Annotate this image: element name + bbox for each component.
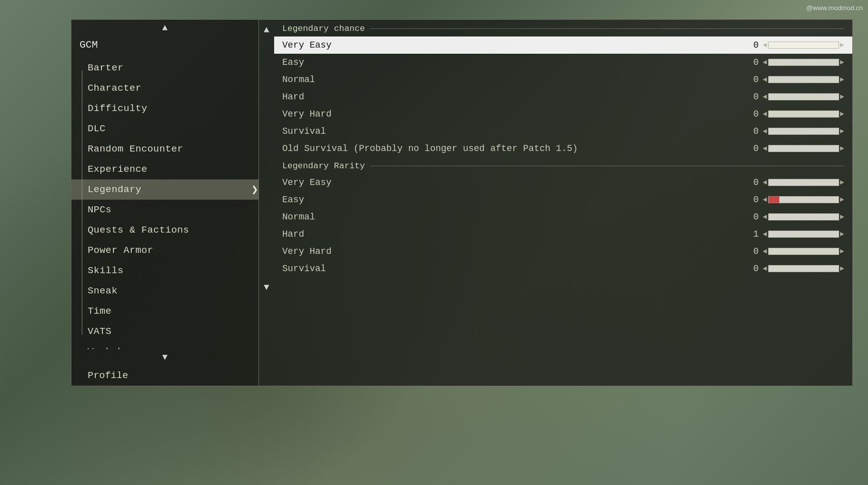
slider-left-icon[interactable]: ◄ <box>763 58 767 66</box>
sidebar-item-quests-factions[interactable]: Quests & Factions <box>71 220 258 240</box>
sidebar-item-workshop[interactable]: Workshop <box>71 342 258 349</box>
sidebar-item-power-armor[interactable]: Power Armor <box>71 240 258 260</box>
slider-right-icon[interactable]: ► <box>840 58 844 66</box>
slider-track[interactable] <box>768 213 839 220</box>
slider-container[interactable]: ◄ ► <box>763 41 844 49</box>
slider-left-icon[interactable]: ◄ <box>763 93 767 101</box>
right-scroll-down-arrow[interactable]: ▼ <box>259 279 274 295</box>
slider-track[interactable] <box>768 179 839 186</box>
legendary-chance-easy-row[interactable]: Easy 0 ◄ ► <box>274 54 852 71</box>
slider-container[interactable]: ◄ ► <box>763 93 844 101</box>
slider-left-icon[interactable]: ◄ <box>763 110 767 118</box>
section1-title-line <box>370 28 844 29</box>
sidebar-item-label: Legendary <box>88 184 141 195</box>
slider-track[interactable] <box>768 265 839 272</box>
slider-left-icon[interactable]: ◄ <box>763 41 767 49</box>
slider-left-icon[interactable]: ◄ <box>763 144 767 153</box>
slider-left-icon[interactable]: ◄ <box>763 247 767 255</box>
gcm-label: GCM <box>80 39 98 51</box>
legendary-rarity-very-easy-row[interactable]: Very Easy 0 ◄ ► <box>274 174 852 191</box>
right-scroll-up-arrow[interactable]: ▲ <box>259 22 274 38</box>
slider-right-icon[interactable]: ► <box>840 265 844 273</box>
slider-container[interactable]: ◄ ► <box>763 76 844 84</box>
slider-left-icon[interactable]: ◄ <box>763 265 767 273</box>
slider-right-icon[interactable]: ► <box>840 213 844 221</box>
diff-label: Old Survival (Probably no longer used af… <box>282 143 746 154</box>
slider-container[interactable]: ◄ ► <box>763 144 844 153</box>
scroll-down-arrow[interactable]: ▼ <box>71 349 258 365</box>
slider-track[interactable] <box>768 231 839 238</box>
sidebar-item-npcs[interactable]: NPCs <box>71 200 258 220</box>
slider-container[interactable]: ◄ ► <box>763 230 844 238</box>
watermark: @www.modmod.cn <box>806 4 863 12</box>
slider-container[interactable]: ◄ ► <box>763 213 844 221</box>
slider-left-icon[interactable]: ◄ <box>763 178 767 186</box>
slider-right-icon[interactable]: ► <box>840 41 844 49</box>
slider-left-icon[interactable]: ◄ <box>763 230 767 238</box>
sidebar-item-time[interactable]: Time <box>71 301 258 321</box>
slider-track[interactable] <box>768 93 839 100</box>
slider-right-icon[interactable]: ► <box>840 144 844 153</box>
slider-track[interactable] <box>768 248 839 255</box>
slider-track[interactable] <box>768 42 839 49</box>
nav-list: Barter Character Difficulty DLC Random E… <box>71 54 258 349</box>
sidebar-item-legendary[interactable]: Legendary ❯ <box>71 179 258 200</box>
slider-right-icon[interactable]: ► <box>840 247 844 255</box>
slider-track[interactable] <box>768 110 839 118</box>
sidebar-item-label: Barter <box>88 62 124 73</box>
scroll-up-arrow[interactable]: ▲ <box>71 20 258 36</box>
slider-container[interactable]: ◄ ► <box>763 178 844 186</box>
legendary-chance-normal-row[interactable]: Normal 0 ◄ ► <box>274 71 852 88</box>
diff-label: Very Easy <box>282 40 746 50</box>
slider-right-icon[interactable]: ► <box>840 110 844 118</box>
sidebar-item-character[interactable]: Character <box>71 78 258 98</box>
slider-container[interactable]: ◄ ► <box>763 247 844 255</box>
legendary-chance-old-survival-row[interactable]: Old Survival (Probably no longer used af… <box>274 140 852 157</box>
sidebar-item-difficulty[interactable]: Difficulty <box>71 98 258 119</box>
slider-left-icon[interactable]: ◄ <box>763 196 767 204</box>
legendary-rarity-hard-row[interactable]: Hard 1 ◄ ► <box>274 226 852 243</box>
main-container: ▲ GCM Barter Character Difficulty DLC Ra… <box>71 19 853 386</box>
slider-right-icon[interactable]: ► <box>840 196 844 204</box>
legendary-chance-hard-row[interactable]: Hard 0 ◄ ► <box>274 88 852 105</box>
sidebar-item-profile[interactable]: Profile <box>71 365 258 386</box>
slider-right-icon[interactable]: ► <box>840 178 844 186</box>
diff-value: 0 <box>746 177 759 188</box>
legendary-rarity-normal-row[interactable]: Normal 0 ◄ ► <box>274 208 852 226</box>
sidebar-item-dlc[interactable]: DLC <box>71 119 258 139</box>
diff-label: Normal <box>282 212 746 222</box>
slider-container[interactable]: ◄ ► <box>763 110 844 118</box>
slider-right-icon[interactable]: ► <box>840 127 844 135</box>
slider-track[interactable] <box>768 145 839 152</box>
legendary-chance-very-hard-row[interactable]: Very Hard 0 ◄ ► <box>274 105 852 123</box>
slider-container[interactable]: ◄ ► <box>763 127 844 135</box>
legendary-rarity-very-hard-row[interactable]: Very Hard 0 ◄ ► <box>274 243 852 260</box>
slider-right-icon[interactable]: ► <box>840 76 844 84</box>
slider-left-icon[interactable]: ◄ <box>763 127 767 135</box>
slider-container[interactable]: ◄ ► <box>763 196 844 204</box>
sidebar-item-vats[interactable]: VATS <box>71 321 258 342</box>
diff-label: Hard <box>282 229 746 239</box>
slider-right-icon[interactable]: ► <box>840 93 844 101</box>
diff-value: 0 <box>746 246 759 256</box>
sidebar-item-experience[interactable]: Experience <box>71 159 258 179</box>
sidebar-item-sneak[interactable]: Sneak <box>71 281 258 301</box>
diff-label: Easy <box>282 195 746 205</box>
slider-container[interactable]: ◄ ► <box>763 58 844 66</box>
slider-track[interactable] <box>768 59 839 66</box>
legendary-chance-survival-row[interactable]: Survival 0 ◄ ► <box>274 123 852 140</box>
section2-title-line <box>370 166 844 166</box>
slider-left-icon[interactable]: ◄ <box>763 213 767 221</box>
sidebar-item-random-encounter[interactable]: Random Encounter <box>71 139 258 159</box>
slider-track[interactable] <box>768 128 839 135</box>
slider-track[interactable] <box>768 196 839 203</box>
slider-track[interactable] <box>768 76 839 83</box>
slider-container[interactable]: ◄ ► <box>763 265 844 273</box>
legendary-rarity-easy-row[interactable]: Easy 0 ◄ ► <box>274 191 852 208</box>
sidebar-item-barter[interactable]: Barter <box>71 58 258 78</box>
legendary-chance-very-easy-row[interactable]: Very Easy 0 ◄ ► <box>274 36 852 54</box>
sidebar-item-skills[interactable]: Skills <box>71 260 258 281</box>
slider-right-icon[interactable]: ► <box>840 230 844 238</box>
slider-left-icon[interactable]: ◄ <box>763 76 767 84</box>
legendary-rarity-survival-row[interactable]: Survival 0 ◄ ► <box>274 260 852 277</box>
